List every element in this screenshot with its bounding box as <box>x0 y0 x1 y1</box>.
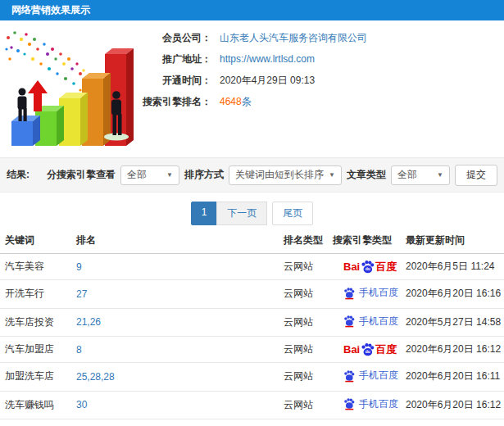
article-type-select[interactable]: 全部 ▼ <box>391 165 450 185</box>
keyword-cell: 汽车美容 <box>0 254 72 280</box>
field-engine-rank-count: 搜索引擎排名： 4648条 <box>141 91 367 112</box>
mobile-baidu-paw-icon <box>343 287 355 300</box>
results-table: 关键词 排名 排名类型 搜索引擎类型 最新更新时间 汽车美容 9 云网站 Bai <box>0 228 504 426</box>
filter-controls: 分搜索引擎查看 全部 ▼ 排序方式 关键词由短到长排序 ▼ 文章类型 全部 ▼ … <box>47 158 497 192</box>
update-time-cell: 2020年6月20日 16:11 <box>402 363 504 392</box>
update-time-cell: 2020年5月27日 14:58 <box>402 308 504 337</box>
table-row: 洗车店投资 21,26 云网站 Bai du 百度 <box>0 308 504 337</box>
rank-link[interactable]: 30 <box>76 399 87 410</box>
page: 网络营销效果展示 <box>0 0 504 426</box>
chevron-down-icon: ▼ <box>437 171 443 179</box>
table-row: 汽车加盟店 8 云网站 Bai du 百度 <box>0 337 504 363</box>
rank-link[interactable]: 9 <box>76 261 82 273</box>
result-label: 结果: <box>7 158 30 192</box>
member-company-label: 会员公司： <box>141 31 211 45</box>
keyword-cell: 汽车加盟店 <box>0 337 72 363</box>
rank-cell: 30 <box>72 391 279 419</box>
mobile-baidu-paw-icon <box>343 369 355 383</box>
info-fields: 会员公司： 山东老人头汽车服务咨询有限公司 推广地址： https://www.… <box>141 27 367 112</box>
table-row: 开洗车行 27 云网站 Bai du 百度 <box>0 280 504 309</box>
page-1-button[interactable]: 1 <box>191 202 218 225</box>
results-table-wrap: 关键词 排名 排名类型 搜索引擎类型 最新更新时间 汽车美容 9 云网站 Bai <box>0 228 504 426</box>
chevron-down-icon: ▼ <box>329 171 335 179</box>
baidu-paw-icon: du <box>361 342 375 356</box>
update-time-cell: 2020年6月5日 11:24 <box>402 254 504 280</box>
rank-type-cell: 云网站 <box>279 308 329 337</box>
keyword-cell: 开洗车行 <box>0 280 72 309</box>
mobile-baidu-logo: 手机百度 <box>343 369 398 383</box>
filter-bar: 结果: 分搜索引擎查看 全部 ▼ 排序方式 关键词由短到长排序 ▼ 文章类型 全… <box>0 157 504 193</box>
rank-link[interactable]: 8 <box>76 344 82 356</box>
chevron-down-icon: ▼ <box>166 171 173 179</box>
table-header-row: 关键词 排名 排名类型 搜索引擎类型 最新更新时间 <box>0 228 504 254</box>
mobile-baidu-logo: 手机百度 <box>343 397 398 411</box>
submit-button[interactable]: 提交 <box>455 165 497 186</box>
table-row: 洗车店利润 30 云网站 Bai du 百度 <box>0 419 504 426</box>
engine-filter-select[interactable]: 全部 ▼ <box>120 165 179 185</box>
rank-type-cell: 云网站 <box>279 280 329 309</box>
rank-link[interactable]: 25,28,28 <box>76 371 115 383</box>
sort-label: 排序方式 <box>184 168 224 182</box>
baidu-logo: Bai du 百度 <box>343 342 397 356</box>
keyword-cell: 洗车赚钱吗 <box>0 391 72 419</box>
rank-cell: 9 <box>72 254 279 280</box>
table-row: 洗车赚钱吗 30 云网站 Bai du 百度 <box>0 391 504 419</box>
article-type-value: 全部 <box>397 168 417 182</box>
engine-cell: Bai du 百度 <box>329 363 402 392</box>
member-company-link[interactable]: 山东老人头汽车服务咨询有限公司 <box>220 31 367 45</box>
rank-link[interactable]: 21,26 <box>76 316 101 328</box>
engine-cell: Bai du 百度 <box>329 254 402 280</box>
app-header: 网络营销效果展示 <box>0 0 504 20</box>
page-title: 网络营销效果展示 <box>11 4 90 16</box>
promo-url-label: 推广地址： <box>141 52 211 66</box>
col-rank-type: 排名类型 <box>279 228 329 254</box>
sort-select[interactable]: 关键词由短到长排序 ▼ <box>229 165 342 185</box>
rank-type-cell: 云网站 <box>279 254 329 280</box>
last-page-button[interactable]: 尾页 <box>272 202 313 225</box>
update-time-cell: 2020年6月20日 16:12 <box>402 337 504 363</box>
rank-type-cell: 云网站 <box>279 419 329 426</box>
engine-cell: Bai du 百度 <box>329 337 402 363</box>
field-member-company: 会员公司： 山东老人头汽车服务咨询有限公司 <box>141 27 367 48</box>
open-time-value: 2020年4月29日 09:13 <box>220 74 315 88</box>
pagination: 1 下一页 尾页 <box>0 202 504 225</box>
baidu-logo: Bai du 百度 <box>343 260 397 274</box>
promo-url-link[interactable]: https://www.lrtlsd.com <box>220 53 315 65</box>
next-page-button[interactable]: 下一页 <box>216 202 267 225</box>
col-update-time: 最新更新时间 <box>402 228 504 254</box>
keyword-cell: 洗车店投资 <box>0 308 72 337</box>
rank-count-unit: 条 <box>242 96 252 107</box>
svg-text:du: du <box>366 350 370 354</box>
rank-link[interactable]: 27 <box>76 288 87 300</box>
mobile-baidu-paw-icon <box>343 397 355 410</box>
rank-cell: 25,28,28 <box>72 363 279 392</box>
col-rank: 排名 <box>72 228 279 254</box>
rank-cell: 30 <box>72 419 279 426</box>
engine-rank-count-value: 4648条 <box>220 95 252 109</box>
keyword-cell: 加盟洗车店 <box>0 363 72 392</box>
open-time-label: 开通时间： <box>141 74 211 88</box>
article-type-label: 文章类型 <box>347 168 386 182</box>
engine-filter-label: 分搜索引擎查看 <box>47 168 116 182</box>
engine-cell: Bai du 百度 <box>329 419 402 426</box>
mobile-baidu-logo: 手机百度 <box>343 286 398 300</box>
keyword-cell: 洗车店利润 <box>0 419 72 426</box>
engine-filter-value: 全部 <box>127 168 147 182</box>
update-time-cell: 2020年6月20日 16:16 <box>402 280 504 309</box>
rank-type-cell: 云网站 <box>279 337 329 363</box>
info-section: 会员公司： 山东老人头汽车服务咨询有限公司 推广地址： https://www.… <box>0 20 504 157</box>
svg-text:du: du <box>366 267 370 271</box>
engine-cell: Bai du 百度 <box>329 308 402 337</box>
results-table-body: 汽车美容 9 云网站 Bai du 百度 <box>0 254 504 426</box>
bar-chart-illustration <box>2 25 139 152</box>
rank-cell: 8 <box>72 337 279 363</box>
mobile-baidu-logo: 手机百度 <box>343 315 398 329</box>
engine-rank-count-label: 搜索引擎排名： <box>141 95 211 109</box>
table-row: 加盟洗车店 25,28,28 云网站 Bai du 百度 <box>0 363 504 392</box>
baidu-paw-icon: du <box>361 260 375 274</box>
field-promo-url: 推广地址： https://www.lrtlsd.com <box>141 48 367 70</box>
col-engine-type: 搜索引擎类型 <box>329 228 402 254</box>
rank-type-cell: 云网站 <box>279 391 329 419</box>
table-row: 汽车美容 9 云网站 Bai du 百度 <box>0 254 504 280</box>
col-keyword: 关键词 <box>0 228 72 254</box>
